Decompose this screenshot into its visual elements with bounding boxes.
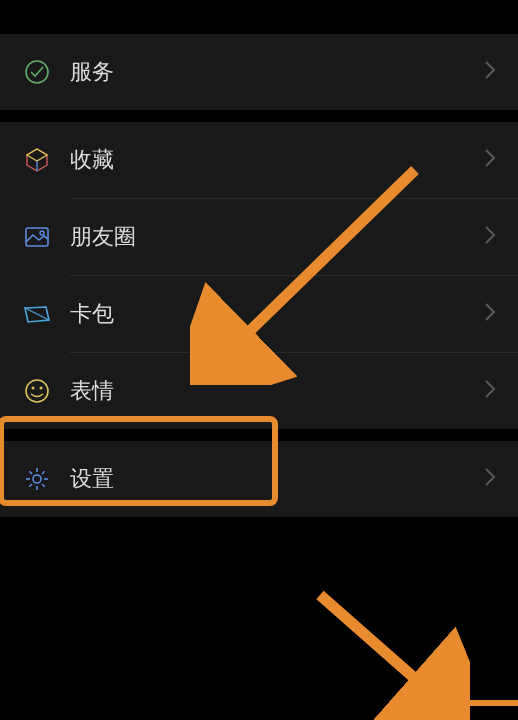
menu-label: 表情 <box>70 376 484 406</box>
menu-label: 收藏 <box>70 145 484 175</box>
chevron-right-icon <box>484 148 496 172</box>
menu-item-cards[interactable]: 卡包 <box>0 276 518 352</box>
svg-point-0 <box>26 61 48 83</box>
menu-item-settings[interactable]: 设置 <box>0 441 518 517</box>
chevron-right-icon <box>484 60 496 84</box>
annotation-arrow-2 <box>300 580 470 720</box>
menu-group-2: 收藏 朋友圈 卡包 <box>0 122 518 429</box>
settings-icon <box>22 464 52 494</box>
moments-icon <box>22 222 52 252</box>
svg-point-5 <box>40 387 43 390</box>
svg-line-8 <box>320 595 445 705</box>
chevron-right-icon <box>484 302 496 326</box>
svg-point-3 <box>26 380 48 402</box>
annotation-highlight-bottom <box>462 700 518 720</box>
chevron-right-icon <box>484 467 496 491</box>
menu-label: 朋友圈 <box>70 222 484 252</box>
svg-point-2 <box>40 231 44 235</box>
chevron-right-icon <box>484 379 496 403</box>
service-icon <box>22 57 52 87</box>
menu-label: 设置 <box>70 464 484 494</box>
menu-item-favorites[interactable]: 收藏 <box>0 122 518 198</box>
menu-item-service[interactable]: 服务 <box>0 34 518 110</box>
cards-icon <box>22 299 52 329</box>
favorites-icon <box>22 145 52 175</box>
menu-label: 卡包 <box>70 299 484 329</box>
menu-group-3: 设置 <box>0 441 518 517</box>
menu-group-1: 服务 <box>0 34 518 110</box>
stickers-icon <box>22 376 52 406</box>
menu-label: 服务 <box>70 57 484 87</box>
svg-point-6 <box>33 475 41 483</box>
menu-item-moments[interactable]: 朋友圈 <box>0 199 518 275</box>
menu-item-stickers[interactable]: 表情 <box>0 353 518 429</box>
svg-point-4 <box>32 387 35 390</box>
chevron-right-icon <box>484 225 496 249</box>
